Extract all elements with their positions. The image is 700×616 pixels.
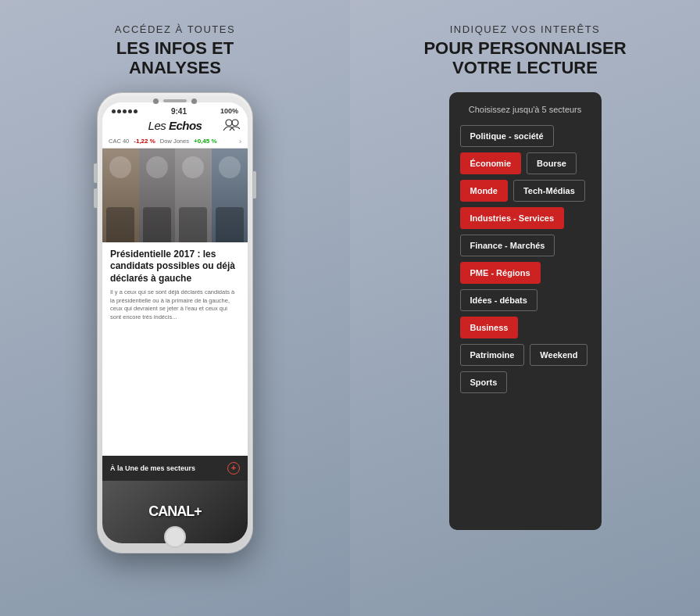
body-4 xyxy=(216,207,244,242)
article-content: Présidentielle 2017 : les candidats poss… xyxy=(102,242,248,453)
left-heading: LES INFOS ETANALYSES xyxy=(115,38,235,78)
tag-patrimoine[interactable]: Patrimoine xyxy=(460,344,525,366)
interests-instruction: Choisissez jusqu'à 5 secteurs xyxy=(460,105,591,114)
section-bar[interactable]: À la Une de mes secteurs + xyxy=(102,456,248,481)
face-circle-1 xyxy=(109,156,131,178)
power-button xyxy=(253,171,256,199)
status-bar: 9:41 100% xyxy=(102,102,248,117)
tag-row-8: Sports xyxy=(460,371,591,393)
tag-industries-services[interactable]: Industries - Services xyxy=(460,207,565,229)
right-panel: INDIQUEZ VOS INTERÊTS POUR PERSONNALISER… xyxy=(350,0,700,616)
face-circle-2 xyxy=(146,156,168,178)
article-title: Présidentielle 2017 : les candidats poss… xyxy=(110,249,240,285)
right-subheading: INDIQUEZ VOS INTERÊTS xyxy=(423,23,626,35)
right-heading: POUR PERSONNALISERVOTRE LECTURE xyxy=(423,38,626,78)
interests-panel: Choisissez jusqu'à 5 secteurs Politique … xyxy=(449,92,602,530)
tag-row-7: Patrimoine Weekend xyxy=(460,344,591,366)
mute-button xyxy=(94,163,97,183)
tag-weekend[interactable]: Weekend xyxy=(530,344,588,366)
tag-monde[interactable]: Monde xyxy=(460,180,508,202)
article-body: Il y a ceux qui se sont déjà déclarés ca… xyxy=(110,288,240,321)
canal-logo: CANAL+ xyxy=(148,503,202,520)
volume-button xyxy=(94,188,97,208)
body-1 xyxy=(106,207,134,242)
signal-dot-4 xyxy=(128,109,132,113)
app-logo: Les Echos xyxy=(148,119,202,132)
cac-value: -1,22 % xyxy=(134,138,155,145)
svg-point-0 xyxy=(226,120,232,126)
face-circle-4 xyxy=(219,156,241,178)
home-button[interactable] xyxy=(164,526,186,548)
app-header: Les Echos xyxy=(102,117,248,135)
left-phone-outer: 9:41 100% Les Echos xyxy=(97,92,253,553)
left-header: ACCÉDEZ À TOUTES LES INFOS ETANALYSES xyxy=(115,23,235,78)
tag-tech-medias[interactable]: Tech-Médias xyxy=(513,180,585,202)
tag-row-1: Économie Bourse xyxy=(460,152,591,174)
tag-business[interactable]: Business xyxy=(460,317,519,338)
person-3 xyxy=(175,149,212,242)
ticker-bar: CAC 40 -1,22 % Dow Jones +0,45 % › xyxy=(102,135,248,149)
tag-row-5: PME - Régions xyxy=(460,262,591,284)
status-time: 9:41 xyxy=(171,107,187,116)
tag-row-6: Idées - débats Business xyxy=(460,289,591,338)
tag-sports[interactable]: Sports xyxy=(460,371,508,393)
tag-economie[interactable]: Économie xyxy=(460,152,522,174)
person-1 xyxy=(102,149,139,242)
tag-politique[interactable]: Politique - société xyxy=(460,125,554,147)
section-label: À la Une de mes secteurs xyxy=(110,464,195,472)
speaker xyxy=(163,99,187,102)
left-subheading: ACCÉDEZ À TOUTES xyxy=(115,23,235,35)
tag-finance-marches[interactable]: Finance - Marchés xyxy=(460,235,555,256)
camera-area xyxy=(153,98,197,104)
svg-point-1 xyxy=(232,120,238,126)
tag-bourse[interactable]: Bourse xyxy=(527,152,577,174)
signal-dot-5 xyxy=(134,109,138,113)
phone-screen: 9:41 100% Les Echos xyxy=(102,102,248,543)
dow-label: Dow Jones xyxy=(160,138,189,145)
logo-les: Les xyxy=(148,119,169,132)
dow-value: +0,45 % xyxy=(194,138,217,145)
right-header: INDIQUEZ VOS INTERÊTS POUR PERSONNALISER… xyxy=(423,23,626,78)
tag-idees-debats[interactable]: Idées - débats xyxy=(460,289,538,311)
tag-row-2: Monde Tech-Médias xyxy=(460,180,591,202)
battery-text: 100% xyxy=(220,107,238,115)
signal-dot-1 xyxy=(112,109,116,113)
tag-row-4: Finance - Marchés xyxy=(460,235,591,256)
tag-row-3: Industries - Services xyxy=(460,207,591,229)
ticker-arrow[interactable]: › xyxy=(239,138,241,145)
camera-sensor xyxy=(191,98,197,104)
battery-indicator: 100% xyxy=(220,107,238,115)
body-2 xyxy=(143,207,171,242)
face-circle-3 xyxy=(182,156,204,178)
signal-dot-3 xyxy=(123,109,127,113)
person-4 xyxy=(212,149,248,242)
cac-label: CAC 40 xyxy=(109,138,129,145)
signal-dots xyxy=(112,109,138,113)
body-3 xyxy=(179,207,207,242)
signal-dot-2 xyxy=(117,109,121,113)
section-plus-button[interactable]: + xyxy=(227,462,240,475)
camera-lens xyxy=(153,98,159,104)
left-panel: ACCÉDEZ À TOUTES LES INFOS ETANALYSES 9:… xyxy=(0,0,350,616)
hero-image xyxy=(102,149,248,242)
tag-pme-regions[interactable]: PME - Régions xyxy=(460,262,541,284)
tag-row-0: Politique - société xyxy=(460,125,591,147)
person-2 xyxy=(139,149,176,242)
user-icon[interactable] xyxy=(223,119,240,131)
tags-container: Politique - société Économie Bourse Mond… xyxy=(460,125,591,393)
